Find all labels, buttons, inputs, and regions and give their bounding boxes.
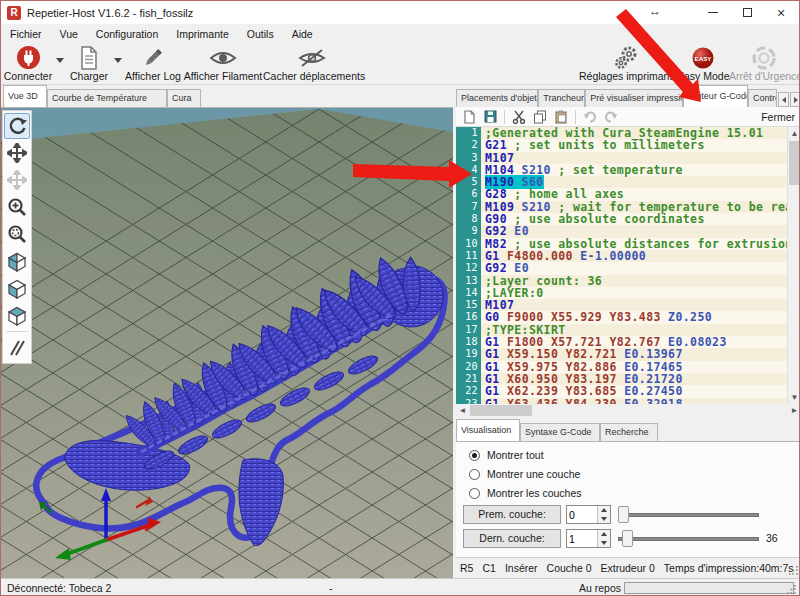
menu-outils[interactable]: Outils — [238, 28, 283, 40]
connect-dropdown-caret[interactable] — [56, 58, 64, 63]
last-layer-slider[interactable] — [616, 529, 761, 548]
gcode-editor[interactable]: 1;Generated with Cura_SteamEngine 15.012… — [456, 127, 787, 404]
tab-placements-d-objets[interactable]: Placements d'objets — [456, 89, 538, 107]
copy-icon[interactable] — [531, 109, 549, 125]
show-log-button[interactable]: Afficher Log — [125, 45, 181, 83]
tab-scroll-right-button[interactable] — [790, 92, 800, 107]
first-layer-button[interactable]: Prem. couche: — [463, 505, 561, 524]
spin-up-icon[interactable] — [598, 530, 610, 539]
first-layer-input[interactable] — [567, 506, 597, 523]
spin-down-icon[interactable] — [598, 515, 610, 524]
save-gcode-icon[interactable] — [481, 109, 499, 125]
tab-recherche[interactable]: Recherche — [600, 423, 658, 441]
front-view-button[interactable] — [4, 275, 30, 301]
rotate-view-button[interactable] — [4, 113, 30, 139]
radio-montrer-tout[interactable]: Montrer tout — [469, 449, 544, 461]
last-layer-spinner[interactable] — [566, 529, 611, 548]
paste-icon[interactable] — [552, 109, 570, 125]
redo-icon[interactable] — [602, 109, 620, 125]
gcode-lines: 1;Generated with Cura_SteamEngine 15.012… — [456, 127, 787, 404]
tab-cura[interactable]: Cura — [167, 89, 201, 107]
tab-pr-visualiser-impression[interactable]: Pré visualiser impression — [585, 89, 683, 107]
right-tab-strip: Placements d'objetsTrancheurPré visualis… — [456, 85, 800, 107]
menu-imprimante[interactable]: Imprimante — [167, 28, 238, 40]
slider-track[interactable] — [618, 537, 759, 541]
app-window: R Repetier-Host V1.6.2 - fish_fossilz ↔ … — [0, 0, 800, 596]
editor-status-segment: Insérer — [505, 562, 538, 574]
tab-scroll-left-button[interactable] — [778, 92, 789, 107]
move-view-button[interactable] — [4, 140, 30, 166]
slider-thumb[interactable] — [622, 530, 633, 547]
3d-viewport[interactable] — [1, 107, 453, 578]
printer-state: Au repos — [579, 582, 621, 594]
zoom-in-button[interactable] — [4, 194, 30, 220]
editor-vertical-scrollbar[interactable]: ▲ ▼ — [787, 127, 800, 404]
left-tab-strip: Vue 3DCourbe de TempératureCura — [3, 85, 201, 107]
tab-trancheur[interactable]: Trancheur — [538, 89, 585, 107]
last-layer-input[interactable] — [567, 530, 597, 547]
vscroll-thumb[interactable] — [789, 141, 800, 185]
menu-configuration[interactable]: Configuration — [87, 28, 167, 40]
radio-label: Montrer une couche — [487, 468, 580, 480]
radio-circle-icon[interactable] — [469, 469, 480, 480]
show-filament-button[interactable]: Afficher Filament — [183, 45, 263, 83]
scroll-down-icon[interactable]: ▼ — [788, 391, 800, 404]
resize-grip[interactable] — [789, 566, 799, 576]
menu-fichier[interactable]: Fichier — [1, 28, 51, 40]
spin-up-icon[interactable] — [598, 506, 610, 515]
printer-settings-button[interactable]: Réglages imprimante — [579, 45, 675, 83]
undo-icon[interactable] — [581, 109, 599, 125]
tab-courbe-de-temp-rature[interactable]: Courbe de Température — [47, 89, 167, 107]
maximize-button[interactable] — [731, 1, 763, 24]
first-layer-slider[interactable] — [616, 505, 761, 524]
load-dropdown-caret[interactable] — [114, 58, 122, 63]
slider-track[interactable] — [618, 513, 759, 517]
tab-visualisation[interactable]: Visualisation — [456, 419, 520, 441]
editor-status-segment: Extrudeur 0 — [601, 562, 655, 574]
easy-mode-button[interactable]: EASY Easy Mode — [677, 45, 729, 83]
new-gcode-icon[interactable] — [460, 109, 478, 125]
maximize-icon — [743, 8, 752, 17]
line-number: 5 — [456, 176, 481, 188]
connect-button[interactable]: Connecter — [3, 45, 53, 83]
tab-scroll-right-icon — [794, 97, 798, 103]
line-number: 8 — [456, 213, 481, 225]
menu-vue[interactable]: Vue — [51, 28, 87, 40]
move-viewpoint-button[interactable] — [4, 167, 30, 193]
parallel-projection-button[interactable] — [4, 335, 30, 361]
radio-circle-icon[interactable] — [469, 450, 480, 461]
cut-icon[interactable] — [510, 109, 528, 125]
tab-editeur-g-code[interactable]: Editeur G-Code — [683, 85, 748, 107]
resize-grip[interactable] — [787, 585, 797, 595]
first-layer-spinner[interactable] — [566, 505, 611, 524]
tab-vue-3d[interactable]: Vue 3D — [3, 85, 47, 107]
load-button[interactable]: Charger — [67, 45, 111, 83]
hide-travel-button[interactable]: Cacher déplacements — [263, 45, 361, 83]
last-layer-button[interactable]: Dern. couche: — [463, 529, 561, 548]
radio-circle-icon[interactable] — [469, 488, 480, 499]
zoom-fit-button[interactable] — [4, 221, 30, 247]
menu-aide[interactable]: Aide — [283, 28, 322, 40]
close-button[interactable]: × — [765, 1, 797, 24]
isometric-view-button[interactable] — [4, 248, 30, 274]
plug-icon — [3, 45, 53, 70]
minimize-button[interactable] — [697, 1, 729, 24]
radio-montrer-une-couche[interactable]: Montrer une couche — [469, 468, 580, 480]
window-title: Repetier-Host V1.6.2 - fish_fossilz — [27, 7, 193, 19]
emergency-stop-button[interactable]: Arrêt d'Urgence — [729, 45, 799, 83]
scroll-up-icon[interactable]: ▲ — [788, 127, 800, 140]
spin-down-icon[interactable] — [598, 539, 610, 548]
top-view-button[interactable] — [4, 302, 30, 328]
close-editor-button[interactable]: Fermer — [761, 111, 797, 123]
slider-thumb[interactable] — [618, 506, 629, 523]
tab-contr-[interactable]: Contrô — [748, 89, 777, 107]
line-number: 6 — [456, 188, 481, 200]
editor-horizontal-scrollbar[interactable]: ◄ ► — [456, 404, 800, 417]
hscroll-thumb[interactable] — [470, 405, 532, 416]
line-number: 15 — [456, 299, 481, 311]
tab-syntaxe-g-code[interactable]: Syntaxe G-Code — [520, 423, 600, 441]
scroll-left-icon[interactable]: ◄ — [456, 404, 469, 417]
radio-montrer-les-couches[interactable]: Montrer les couches — [469, 487, 582, 499]
scroll-right-icon[interactable]: ► — [788, 404, 800, 417]
print-bed — [1, 109, 453, 578]
